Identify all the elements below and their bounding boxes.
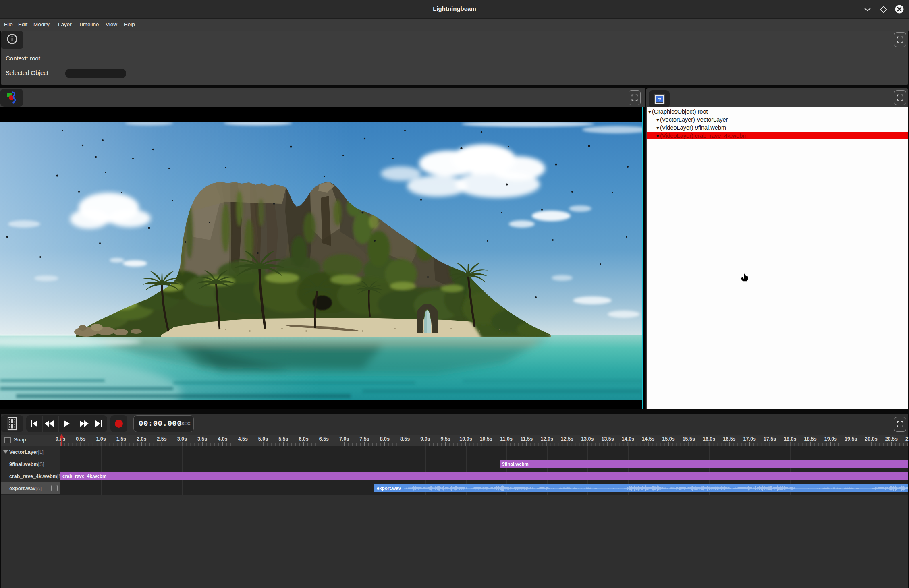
- svg-text:?: ?: [658, 97, 661, 103]
